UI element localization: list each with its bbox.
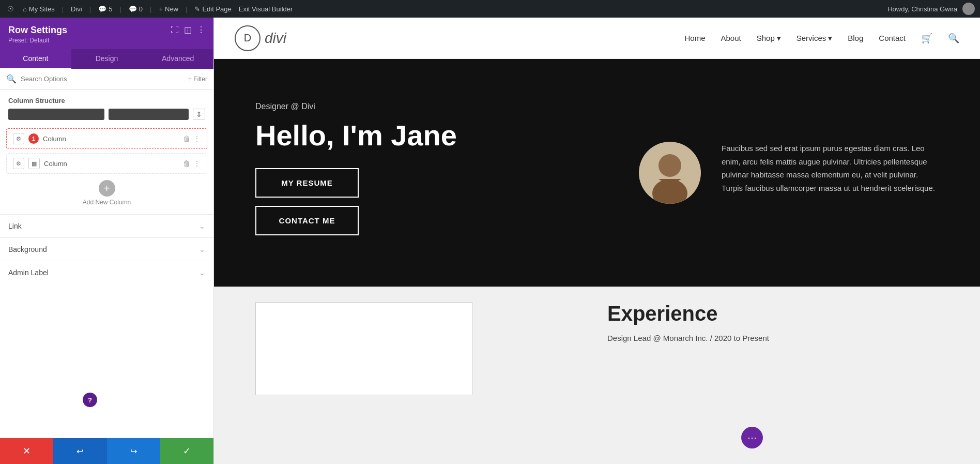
sidebar-header: Row Settings Preset: Default ⛶ ◫ ⋮ [0, 18, 213, 49]
pencil-icon: ✎ [194, 5, 200, 13]
undo-icon: ↩ [76, 446, 83, 456]
site-logo: D divi [235, 25, 286, 51]
site-navigation: D divi Home About Shop ▾ Services ▾ Blog… [214, 18, 980, 59]
row-settings-sidebar: Row Settings Preset: Default ⛶ ◫ ⋮ Conte… [0, 18, 214, 464]
chevron-down-icon-services: ▾ [828, 34, 832, 43]
chevron-down-icon: ⌄ [199, 222, 205, 230]
tab-content[interactable]: Content [0, 49, 71, 69]
filter-button[interactable]: + Filter [188, 76, 207, 83]
home-icon: ⌂ [23, 5, 27, 13]
hero-title: Hello, I'm Jane [255, 119, 618, 152]
experience-entry: Design Lead @ Monarch Inc. / 2020 to Pre… [607, 334, 939, 342]
split-view-icon[interactable]: ◫ [184, 25, 192, 35]
column-thumb-1 [8, 109, 104, 120]
add-column-label: Add New Column [83, 199, 131, 206]
tab-design[interactable]: Design [71, 49, 143, 69]
bubble-icon: 💬 [129, 5, 137, 13]
accordion-admin-label-header[interactable]: Admin Label ⌄ [0, 261, 213, 284]
column-more-1[interactable]: ⋮ [193, 134, 201, 143]
main-layout: Row Settings Preset: Default ⛶ ◫ ⋮ Conte… [0, 18, 980, 464]
tab-advanced[interactable]: Advanced [142, 49, 213, 69]
column-settings-icon-2[interactable]: ⚙ [13, 158, 24, 169]
edit-page-link[interactable]: ✎ Edit Page [194, 5, 231, 13]
sidebar-bottom-bar: ✕ ↩ ↪ ✓ [0, 438, 213, 464]
undo-button[interactable]: ↩ [53, 438, 106, 464]
accordion-background: Background ⌄ [0, 237, 213, 261]
hero-description: Faucibus sed sed erat ipsum purus egesta… [722, 142, 939, 194]
nav-home[interactable]: Home [684, 34, 705, 42]
redo-icon: ↪ [130, 446, 137, 456]
plus-icon: + [159, 5, 163, 13]
accordion-background-header[interactable]: Background ⌄ [0, 238, 213, 261]
nav-about[interactable]: About [721, 34, 741, 42]
dots-icon: ⋯ [747, 432, 757, 443]
cancel-button[interactable]: ✕ [0, 438, 53, 464]
hero-subtitle: Designer @ Divi [255, 102, 618, 111]
user-avatar[interactable] [962, 3, 975, 15]
site-content: Designer @ Divi Hello, I'm Jane MY RESUM… [214, 59, 980, 464]
logo-text: divi [265, 30, 286, 47]
nav-shop[interactable]: Shop ▾ [757, 34, 781, 43]
wordpress-icon[interactable]: ☉ [5, 4, 16, 14]
nav-services[interactable]: Services ▾ [797, 34, 833, 43]
sidebar-tabs: Content Design Advanced [0, 49, 213, 69]
column-layout-icon-2[interactable]: ▩ [28, 158, 40, 169]
nav-blog[interactable]: Blog [848, 34, 863, 42]
more-options-icon[interactable]: ⋮ [197, 25, 205, 35]
add-column-area: + Add New Column [0, 176, 213, 214]
logo-circle: D [235, 25, 261, 51]
add-column-button[interactable]: + [99, 180, 115, 197]
chevron-down-icon-shop: ▾ [777, 34, 781, 43]
resume-button[interactable]: MY RESUME [255, 168, 359, 198]
search-icon: 🔍 [6, 74, 17, 84]
divi-float-button[interactable]: ⋯ [741, 427, 763, 448]
cart-icon[interactable]: 🛒 [921, 33, 932, 44]
experience-left [255, 302, 587, 454]
save-button[interactable]: ✓ [160, 438, 213, 464]
accordion-link: Link ⌄ [0, 214, 213, 237]
exit-builder-link[interactable]: Exit Visual Builder [239, 5, 293, 13]
howdy-text: Howdy, Christina Gwira [887, 5, 957, 13]
column-delete-2[interactable]: 🗑 [183, 159, 190, 168]
column-settings-icon-1[interactable]: ⚙ [13, 133, 24, 144]
divi-link[interactable]: Divi [71, 5, 82, 13]
experience-section: Experience Design Lead @ Monarch Inc. / … [214, 287, 980, 464]
svg-point-1 [659, 154, 681, 177]
hero-avatar [639, 142, 701, 204]
content-area: D divi Home About Shop ▾ Services ▾ Blog… [214, 18, 980, 464]
fullscreen-icon[interactable]: ⛶ [171, 25, 179, 35]
nav-contact[interactable]: Contact [879, 34, 906, 42]
experience-right: Experience Design Lead @ Monarch Inc. / … [607, 302, 939, 454]
my-sites-link[interactable]: ⌂ My Sites [23, 5, 55, 13]
search-icon-nav[interactable]: 🔍 [948, 33, 959, 44]
column-label-1: Column [43, 135, 179, 143]
new-link[interactable]: + New [159, 5, 178, 13]
redo-button[interactable]: ↪ [107, 438, 160, 464]
column-delete-1[interactable]: 🗑 [183, 134, 190, 143]
search-input[interactable] [21, 75, 184, 83]
comments-icon: 💬 [98, 5, 106, 13]
column-badge-1: 1 [28, 133, 39, 144]
comments-link[interactable]: 💬 5 [98, 5, 112, 13]
cancel-icon: ✕ [23, 445, 30, 457]
save-icon: ✓ [183, 445, 191, 457]
accordion-admin-label: Admin Label ⌄ [0, 261, 213, 284]
help-button[interactable]: ? [83, 393, 97, 407]
sidebar-title: Row Settings [8, 25, 67, 36]
column-swap-button[interactable]: ⇕ [193, 109, 205, 120]
chevron-down-icon-3: ⌄ [199, 268, 205, 277]
column-more-2[interactable]: ⋮ [193, 159, 201, 168]
contact-button[interactable]: CONTACT ME [255, 206, 359, 235]
column-structure-label: Column Structure [0, 89, 213, 109]
column-row-2: ⚙ ▩ Column 🗑 ⋮ [6, 153, 207, 174]
column-label-2: Column [44, 160, 179, 168]
admin-bar: ☉ ⌂ My Sites | Divi | 💬 5 | 💬 0 | + New … [0, 0, 980, 18]
column-thumb-2 [109, 109, 189, 120]
preset-selector[interactable]: Preset: Default [8, 37, 67, 44]
column-row-1: ⚙ 1 Column 🗑 ⋮ [6, 128, 207, 149]
search-bar: 🔍 + Filter [0, 69, 213, 89]
bubbles-link[interactable]: 💬 0 [129, 5, 143, 13]
hero-left: Designer @ Divi Hello, I'm Jane MY RESUM… [255, 102, 618, 244]
hero-section: Designer @ Divi Hello, I'm Jane MY RESUM… [214, 59, 980, 287]
accordion-link-header[interactable]: Link ⌄ [0, 215, 213, 237]
